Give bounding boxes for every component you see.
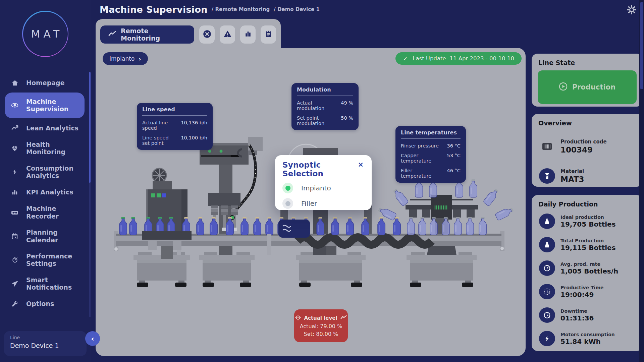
ideal-production-row: Ideal production 19,705 Bottles — [539, 213, 643, 229]
radio-unselected-icon[interactable] — [282, 198, 293, 209]
settings-gear-icon[interactable] — [627, 5, 637, 15]
sidebar-item-smart-notifications[interactable]: Smart Notifications — [0, 272, 91, 296]
warning-icon — [223, 29, 232, 40]
cancel-tab-button[interactable] — [199, 25, 215, 44]
chevron-right-icon: › — [139, 55, 141, 62]
bar-chart-icon — [11, 188, 19, 196]
sidebar: MAT Homepage Machine Supervision Lean An… — [0, 0, 91, 362]
productive-time-row: Productive Time 19:00:49 — [539, 284, 643, 300]
report-tab-button[interactable] — [261, 25, 276, 44]
radio-selected-icon[interactable] — [282, 183, 293, 193]
machine-supervision-app: MAT Homepage Machine Supervision Lean An… — [0, 0, 644, 362]
barcode-icon — [539, 142, 555, 151]
cancel-icon — [203, 29, 212, 40]
line-speed-panel: Line speed Actual line speed10,136 b/h L… — [137, 103, 213, 150]
sidebar-nav: Homepage Machine Supervision Lean Analyt… — [0, 74, 91, 312]
sidebar-item-health-monitoring[interactable]: Health Monitoring — [0, 136, 91, 160]
last-update-text: Last Update: 11 Apr 2023 - 00:10:10 — [413, 55, 514, 62]
modulation-panel: Modulation Actual modulation49 % Set poi… — [291, 83, 359, 130]
line-state-card: Line State Production — [532, 54, 643, 107]
radio-option-filler[interactable]: Filler — [282, 198, 364, 209]
weight-icon — [539, 214, 555, 229]
synoptic-card: Impianto › ✓ Last Update: 11 Apr 2023 - … — [96, 48, 526, 356]
sidebar-item-planning-calendar[interactable]: Planning Calendar — [0, 224, 91, 248]
actual-level-badge[interactable]: Actual level Actual: 79.00 % Set: 80.00 … — [294, 309, 348, 342]
sidebar-item-lean-analytics[interactable]: Lean Analytics — [0, 120, 91, 136]
sidebar-collapse-button[interactable]: ‹ — [85, 331, 100, 346]
clock-icon — [539, 284, 555, 299]
last-update-badge: ✓ Last Update: 11 Apr 2023 - 00:10:10 — [395, 52, 522, 65]
alarms-tab-button[interactable] — [220, 25, 235, 44]
set-level-value: Set: 80.00 % — [304, 331, 338, 337]
calendar-icon — [11, 232, 19, 240]
chart-tab-button[interactable] — [240, 25, 256, 44]
line-selector[interactable]: Line Demo Device 1 — [4, 331, 87, 356]
sidebar-item-consumption-analytics[interactable]: Consumption Analytics — [0, 160, 91, 184]
page-header: Machine Supervision / Remote Monitoring … — [91, 0, 644, 19]
avg-prod-rate-row: Avg. prod. rate 1,005 Bottles/h — [539, 260, 643, 276]
trend-icon — [340, 315, 347, 321]
target-icon — [295, 315, 301, 322]
chart-icon — [244, 30, 252, 40]
heart-pulse-icon — [11, 144, 19, 152]
sidebar-item-options[interactable]: Options — [0, 296, 91, 312]
total-production-row: Total Production 19,115 Bottles — [539, 237, 643, 253]
bolt-icon — [11, 168, 19, 176]
energy-icon — [539, 331, 555, 346]
chevron-left-icon: ‹ — [91, 335, 94, 343]
trend-icon — [108, 31, 116, 39]
motors-consumption-row: Motors consumption 51.84 kWh — [539, 330, 643, 347]
report-icon — [264, 30, 273, 40]
send-icon — [11, 280, 19, 288]
plant-selector-button[interactable]: Impianto › — [103, 52, 148, 65]
page-scrollbar-thumb[interactable] — [640, 2, 643, 89]
recorder-icon — [11, 208, 19, 217]
page-scrollbar-track[interactable] — [639, 0, 644, 362]
mat-logo: MAT — [22, 11, 68, 57]
sidebar-item-machine-recorder[interactable]: Machine Recorder — [0, 200, 91, 224]
material-row: Material MAT3 — [539, 168, 643, 184]
home-icon — [11, 79, 19, 87]
line-label: Line — [10, 335, 80, 340]
sidebar-item-kpi-analytics[interactable]: KPI Analytics — [0, 184, 91, 200]
sidebar-item-performance-settings[interactable]: Performance Settings — [0, 248, 91, 272]
sidebar-item-homepage[interactable]: Homepage — [0, 74, 91, 91]
downtime-row: Downtime 01:31:36 — [539, 307, 643, 323]
wrench-icon — [11, 300, 19, 308]
production-code-value: 100349 — [560, 145, 607, 154]
clock-alert-icon — [539, 307, 555, 323]
production-code-row: Production code 100349 — [539, 139, 643, 154]
breadcrumb-demo-device[interactable]: / Demo Device 1 — [274, 6, 320, 12]
gauge-icon — [539, 260, 555, 276]
daily-production-card: Daily Production Ideal production 19,705… — [532, 195, 643, 351]
breadcrumb-remote-monitoring[interactable]: / Remote Monitoring — [212, 6, 270, 12]
line-value: Demo Device 1 — [10, 342, 80, 349]
check-icon: ✓ — [403, 55, 408, 62]
overview-card: Overview Production code 100349 Material… — [532, 114, 643, 187]
material-value: MAT3 — [560, 175, 584, 184]
line-state-value: Production — [572, 83, 615, 91]
play-circle-icon — [559, 82, 568, 92]
actual-level-value: Actual: 79.00 % — [300, 323, 342, 329]
synoptic-selection-modal: Synoptic Selection × Impianto Filler — [275, 155, 372, 210]
line-temperatures-panel: Line temperatures Rinser pressure36 °C C… — [395, 126, 466, 183]
radio-option-impianto[interactable]: Impianto — [282, 183, 364, 193]
toolbar: Remote Monitoring — [96, 19, 281, 50]
sidebar-item-machine-supervision[interactable]: Machine Supervision — [5, 93, 85, 118]
weight-icon — [539, 237, 555, 252]
modal-title: Synoptic Selection — [282, 161, 357, 178]
page-title: Machine Supervision — [100, 4, 208, 15]
stopwatch-icon — [11, 256, 19, 264]
trend-icon — [11, 124, 19, 132]
remote-monitoring-tab[interactable]: Remote Monitoring — [100, 25, 194, 44]
close-icon[interactable]: × — [357, 161, 364, 169]
production-state-indicator: Production — [538, 70, 637, 104]
material-icon — [539, 168, 555, 184]
eye-icon — [11, 101, 19, 109]
sidebar-scrollbar-thumb[interactable] — [89, 72, 91, 183]
